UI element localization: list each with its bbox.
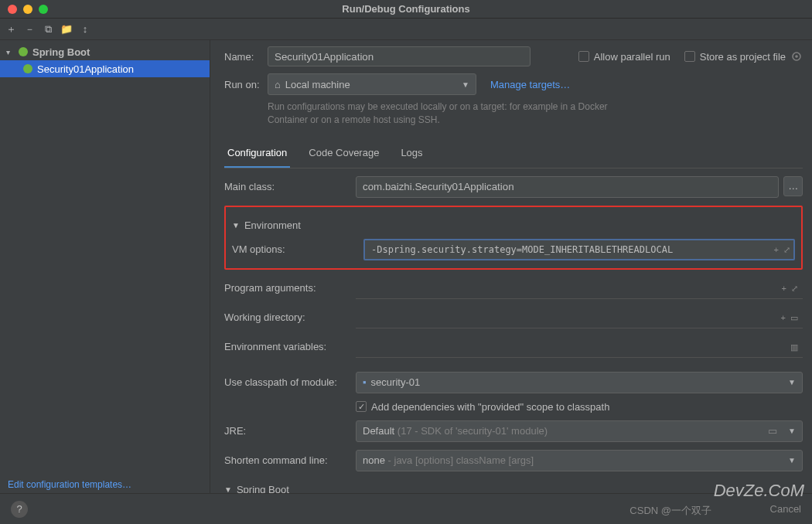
svg-point-0 xyxy=(19,47,28,56)
folder-icon[interactable]: 📁 xyxy=(60,23,73,36)
tab-code-coverage[interactable]: Code Coverage xyxy=(305,141,382,168)
working-dir-input[interactable] xyxy=(356,307,803,328)
allow-parallel-checkbox[interactable] xyxy=(578,51,589,62)
chevron-down-icon: ▼ xyxy=(224,485,232,493)
spring-boot-icon xyxy=(22,63,34,75)
program-args-label: Program arguments: xyxy=(224,282,356,294)
jre-hint: (17 - SDK of 'security-01' module) xyxy=(397,425,548,437)
run-on-value: Local machine xyxy=(285,79,350,90)
cancel-button[interactable]: Cancel xyxy=(770,503,801,515)
remove-icon[interactable]: － xyxy=(23,23,36,36)
plus-icon[interactable]: + xyxy=(782,283,786,293)
shorten-prefix: none xyxy=(363,454,385,466)
tab-logs[interactable]: Logs xyxy=(397,141,425,168)
run-on-hint: Run configurations may be executed local… xyxy=(268,100,611,127)
folder-icon[interactable]: ▭ xyxy=(768,425,777,437)
chevron-down-icon: ▼ xyxy=(788,427,796,435)
help-button[interactable]: ? xyxy=(11,501,28,518)
classpath-value: security-01 xyxy=(371,376,421,388)
main-class-input[interactable] xyxy=(356,176,779,198)
spring-boot-icon xyxy=(17,46,29,58)
titlebar: Run/Debug Configurations xyxy=(0,0,812,19)
environment-label: Environment xyxy=(244,219,301,231)
add-deps-checkbox[interactable] xyxy=(356,401,367,412)
name-label: Name: xyxy=(224,51,268,63)
jre-label: JRE: xyxy=(224,425,356,437)
folder-icon[interactable]: ▭ xyxy=(790,312,798,322)
program-args-input[interactable] xyxy=(356,277,803,299)
browse-class-button[interactable]: … xyxy=(783,176,803,196)
expand-icon[interactable]: ⤢ xyxy=(783,244,790,254)
close-icon[interactable] xyxy=(8,5,17,14)
tree-root-spring-boot[interactable]: ▾ Spring Boot xyxy=(0,43,210,60)
env-vars-input[interactable] xyxy=(356,336,803,358)
tree-item-label: Security01Application xyxy=(37,63,134,75)
jre-prefix: Default xyxy=(363,425,394,437)
tabs: Configuration Code Coverage Logs xyxy=(224,141,803,168)
expand-icon[interactable]: ⤢ xyxy=(791,283,798,293)
chevron-down-icon: ▾ xyxy=(6,48,14,56)
run-on-dropdown[interactable]: ⌂ Local machine ▼ xyxy=(268,73,476,95)
module-icon: ▪ xyxy=(363,376,367,388)
allow-parallel-label: Allow parallel run xyxy=(594,51,670,63)
shorten-label: Shorten command line: xyxy=(224,454,356,466)
watermark-brand: DevZe.CoM xyxy=(714,481,804,501)
tree-item-security01[interactable]: Security01Application xyxy=(0,60,210,77)
shorten-hint: - java [options] className [args] xyxy=(388,454,534,466)
classpath-dropdown[interactable]: ▪ security-01 ▼ xyxy=(356,372,803,393)
content-panel: Name: Allow parallel run Store as projec… xyxy=(210,40,812,493)
minimize-icon[interactable] xyxy=(23,5,32,14)
shorten-dropdown[interactable]: none - java [options] className [args] ▼ xyxy=(356,450,803,471)
environment-highlight: ▼ Environment VM options: + ⤢ xyxy=(224,206,803,270)
tree-root-label: Spring Boot xyxy=(32,46,90,58)
chevron-down-icon: ▼ xyxy=(788,456,796,464)
chevron-down-icon: ▼ xyxy=(788,378,796,386)
name-input[interactable] xyxy=(268,46,531,66)
plus-icon[interactable]: + xyxy=(774,244,779,254)
jre-dropdown[interactable]: Default (17 - SDK of 'security-01' modul… xyxy=(356,420,803,442)
spring-boot-label: Spring Boot xyxy=(237,484,289,493)
list-icon[interactable]: ▥ xyxy=(790,342,798,352)
gear-icon[interactable] xyxy=(790,50,803,63)
run-on-label: Run on: xyxy=(224,79,268,90)
working-dir-label: Working directory: xyxy=(224,311,356,323)
environment-section[interactable]: ▼ Environment xyxy=(232,219,795,231)
sort-icon[interactable]: ↕ xyxy=(79,23,91,36)
maximize-icon[interactable] xyxy=(39,5,48,14)
classpath-label: Use classpath of module: xyxy=(224,376,356,388)
vm-options-label: VM options: xyxy=(232,243,363,255)
tab-configuration[interactable]: Configuration xyxy=(224,141,290,168)
manage-targets-link[interactable]: Manage targets… xyxy=(490,79,570,90)
plus-icon[interactable]: + xyxy=(781,312,786,322)
copy-icon[interactable]: ⧉ xyxy=(42,23,54,36)
store-as-file-label: Store as project file xyxy=(700,51,786,63)
env-vars-label: Environment variables: xyxy=(224,341,356,352)
svg-point-3 xyxy=(795,55,798,58)
sidebar: ▾ Spring Boot Security01Application xyxy=(0,40,210,493)
main-class-label: Main class: xyxy=(224,181,356,192)
add-icon[interactable]: ＋ xyxy=(5,23,17,36)
chevron-down-icon: ▼ xyxy=(462,80,469,89)
vm-options-input[interactable] xyxy=(363,239,795,260)
window-controls xyxy=(0,5,48,14)
chevron-down-icon: ▼ xyxy=(232,221,240,230)
window-title: Run/Debug Configurations xyxy=(342,3,469,15)
toolbar: ＋ － ⧉ 📁 ↕ xyxy=(0,19,812,40)
home-icon: ⌂ xyxy=(275,79,281,90)
add-deps-label: Add dependencies with "provided" scope t… xyxy=(371,401,609,413)
svg-point-1 xyxy=(23,64,32,73)
store-as-file-checkbox[interactable] xyxy=(684,51,695,62)
watermark-author: CSDN @一个双子 xyxy=(629,504,711,518)
edit-templates-link[interactable]: Edit configuration templates… xyxy=(8,479,131,490)
